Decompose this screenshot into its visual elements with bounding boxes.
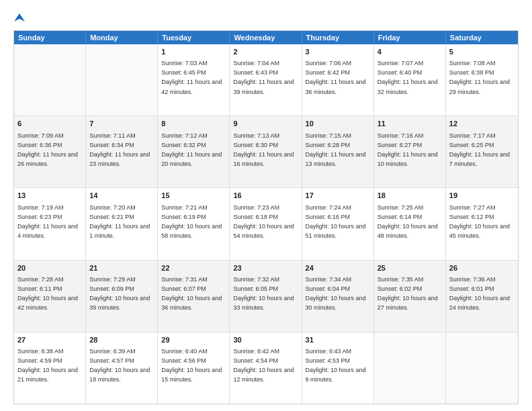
weekday-header: Friday (374, 31, 446, 44)
day-number: 29 (161, 335, 226, 345)
day-number: 13 (17, 191, 82, 201)
cell-info: Sunrise: 7:07 AM Sunset: 6:40 PM Dayligh… (378, 60, 438, 95)
calendar-cell: 4Sunrise: 7:07 AM Sunset: 6:40 PM Daylig… (374, 44, 446, 116)
cell-info: Sunrise: 7:08 AM Sunset: 6:38 PM Dayligh… (449, 60, 510, 95)
calendar-cell (14, 44, 86, 116)
day-number: 31 (306, 335, 370, 345)
day-number: 15 (161, 191, 226, 201)
day-number: 25 (378, 263, 442, 273)
calendar-cell: 9Sunrise: 7:13 AM Sunset: 6:30 PM Daylig… (230, 116, 302, 187)
weekday-header: Monday (86, 31, 158, 44)
day-number: 24 (306, 263, 370, 273)
calendar-cell: 5Sunrise: 7:08 AM Sunset: 6:38 PM Daylig… (446, 44, 518, 116)
cell-info: Sunrise: 7:16 AM Sunset: 6:27 PM Dayligh… (378, 132, 438, 167)
calendar-cell: 14Sunrise: 7:20 AM Sunset: 6:21 PM Dayli… (86, 188, 158, 259)
calendar-cell: 3Sunrise: 7:06 AM Sunset: 6:42 PM Daylig… (302, 44, 374, 116)
calendar-cell: 8Sunrise: 7:12 AM Sunset: 6:32 PM Daylig… (158, 116, 230, 187)
weekday-header: Thursday (302, 31, 374, 44)
day-number: 28 (89, 335, 154, 345)
day-number: 14 (89, 191, 154, 201)
cell-info: Sunrise: 7:04 AM Sunset: 6:43 PM Dayligh… (233, 60, 294, 95)
cell-info: Sunrise: 6:39 AM Sunset: 4:57 PM Dayligh… (89, 348, 150, 383)
calendar-cell: 23Sunrise: 7:32 AM Sunset: 6:05 PM Dayli… (230, 261, 302, 332)
cell-info: Sunrise: 7:24 AM Sunset: 6:16 PM Dayligh… (306, 204, 366, 239)
day-number: 18 (378, 191, 442, 201)
cell-info: Sunrise: 6:42 AM Sunset: 4:54 PM Dayligh… (233, 348, 294, 383)
day-number: 10 (306, 119, 370, 129)
cell-info: Sunrise: 7:31 AM Sunset: 6:07 PM Dayligh… (161, 276, 222, 311)
cell-info: Sunrise: 7:35 AM Sunset: 6:02 PM Dayligh… (378, 276, 438, 311)
calendar-cell: 28Sunrise: 6:39 AM Sunset: 4:57 PM Dayli… (86, 332, 158, 404)
day-number: 1 (161, 47, 226, 57)
day-number: 6 (17, 119, 82, 129)
calendar-cell: 13Sunrise: 7:19 AM Sunset: 6:23 PM Dayli… (14, 188, 86, 259)
cell-info: Sunrise: 7:12 AM Sunset: 6:32 PM Dayligh… (161, 132, 222, 167)
weekday-header: Saturday (446, 31, 518, 44)
logo-text (13, 11, 25, 26)
header (13, 11, 519, 24)
calendar-cell: 29Sunrise: 6:40 AM Sunset: 4:56 PM Dayli… (158, 332, 230, 404)
calendar-cell (374, 332, 446, 404)
calendar-cell (446, 332, 518, 404)
day-number: 8 (161, 119, 226, 129)
day-number: 26 (449, 263, 515, 273)
calendar-cell: 22Sunrise: 7:31 AM Sunset: 6:07 PM Dayli… (158, 261, 230, 332)
day-number: 17 (306, 191, 370, 201)
day-number: 12 (449, 119, 515, 129)
day-number: 4 (378, 47, 442, 57)
calendar-row: 27Sunrise: 6:38 AM Sunset: 4:59 PM Dayli… (14, 332, 518, 404)
calendar-cell: 31Sunrise: 6:43 AM Sunset: 4:53 PM Dayli… (302, 332, 374, 404)
cell-info: Sunrise: 7:27 AM Sunset: 6:12 PM Dayligh… (449, 204, 510, 239)
calendar-cell: 25Sunrise: 7:35 AM Sunset: 6:02 PM Dayli… (374, 261, 446, 332)
day-number: 23 (233, 263, 298, 273)
cell-info: Sunrise: 7:34 AM Sunset: 6:04 PM Dayligh… (306, 276, 366, 311)
cell-info: Sunrise: 6:43 AM Sunset: 4:53 PM Dayligh… (306, 348, 366, 383)
calendar-cell: 27Sunrise: 6:38 AM Sunset: 4:59 PM Dayli… (14, 332, 86, 404)
cell-info: Sunrise: 7:06 AM Sunset: 6:42 PM Dayligh… (306, 60, 366, 95)
calendar-cell: 12Sunrise: 7:17 AM Sunset: 6:25 PM Dayli… (446, 116, 518, 187)
weekday-header: Wednesday (230, 31, 302, 44)
calendar-cell: 16Sunrise: 7:23 AM Sunset: 6:18 PM Dayli… (230, 188, 302, 259)
calendar-cell: 15Sunrise: 7:21 AM Sunset: 6:19 PM Dayli… (158, 188, 230, 259)
cell-info: Sunrise: 7:19 AM Sunset: 6:23 PM Dayligh… (17, 204, 78, 239)
cell-info: Sunrise: 7:29 AM Sunset: 6:09 PM Dayligh… (89, 276, 150, 311)
cell-info: Sunrise: 7:23 AM Sunset: 6:18 PM Dayligh… (233, 204, 294, 239)
calendar-row: 13Sunrise: 7:19 AM Sunset: 6:23 PM Dayli… (14, 188, 518, 260)
day-number: 9 (233, 119, 298, 129)
calendar-cell: 11Sunrise: 7:16 AM Sunset: 6:27 PM Dayli… (374, 116, 446, 187)
cell-info: Sunrise: 7:28 AM Sunset: 6:11 PM Dayligh… (17, 276, 78, 311)
cell-info: Sunrise: 7:20 AM Sunset: 6:21 PM Dayligh… (89, 204, 150, 239)
day-number: 16 (233, 191, 298, 201)
day-number: 5 (449, 47, 515, 57)
cell-info: Sunrise: 7:15 AM Sunset: 6:28 PM Dayligh… (306, 132, 366, 167)
calendar-cell: 1Sunrise: 7:03 AM Sunset: 6:45 PM Daylig… (158, 44, 230, 116)
calendar-header: SundayMondayTuesdayWednesdayThursdayFrid… (14, 31, 518, 44)
calendar-cell: 26Sunrise: 7:36 AM Sunset: 6:01 PM Dayli… (446, 261, 518, 332)
day-number: 19 (449, 191, 515, 201)
calendar-body: 1Sunrise: 7:03 AM Sunset: 6:45 PM Daylig… (14, 44, 518, 404)
cell-info: Sunrise: 7:11 AM Sunset: 6:34 PM Dayligh… (89, 132, 150, 167)
svg-marker-0 (14, 13, 25, 21)
calendar-cell: 18Sunrise: 7:25 AM Sunset: 6:14 PM Dayli… (374, 188, 446, 259)
day-number: 2 (233, 47, 298, 57)
calendar-cell: 10Sunrise: 7:15 AM Sunset: 6:28 PM Dayli… (302, 116, 374, 187)
day-number: 30 (233, 335, 298, 345)
calendar-cell: 19Sunrise: 7:27 AM Sunset: 6:12 PM Dayli… (446, 188, 518, 259)
calendar-cell: 20Sunrise: 7:28 AM Sunset: 6:11 PM Dayli… (14, 261, 86, 332)
cell-info: Sunrise: 6:40 AM Sunset: 4:56 PM Dayligh… (161, 348, 222, 383)
calendar-row: 20Sunrise: 7:28 AM Sunset: 6:11 PM Dayli… (14, 261, 518, 332)
calendar-cell: 2Sunrise: 7:04 AM Sunset: 6:43 PM Daylig… (230, 44, 302, 116)
cell-info: Sunrise: 7:17 AM Sunset: 6:25 PM Dayligh… (449, 132, 510, 167)
day-number: 20 (17, 263, 82, 273)
day-number: 22 (161, 263, 226, 273)
day-number: 11 (378, 119, 442, 129)
calendar-cell: 7Sunrise: 7:11 AM Sunset: 6:34 PM Daylig… (86, 116, 158, 187)
calendar-cell: 30Sunrise: 6:42 AM Sunset: 4:54 PM Dayli… (230, 332, 302, 404)
day-number: 27 (17, 335, 82, 345)
weekday-header: Sunday (14, 31, 86, 44)
cell-info: Sunrise: 7:09 AM Sunset: 6:36 PM Dayligh… (17, 132, 78, 167)
day-number: 21 (89, 263, 154, 273)
calendar-row: 1Sunrise: 7:03 AM Sunset: 6:45 PM Daylig… (14, 44, 518, 116)
calendar-cell: 17Sunrise: 7:24 AM Sunset: 6:16 PM Dayli… (302, 188, 374, 259)
cell-info: Sunrise: 7:13 AM Sunset: 6:30 PM Dayligh… (233, 132, 294, 167)
